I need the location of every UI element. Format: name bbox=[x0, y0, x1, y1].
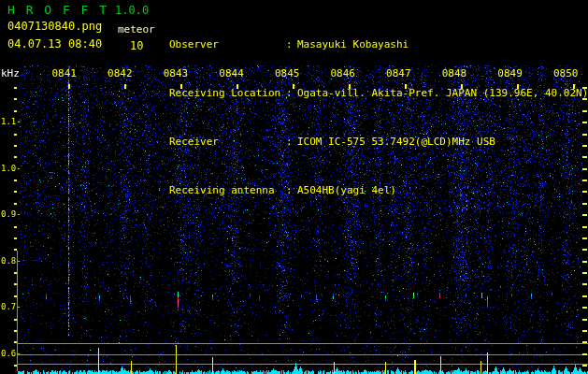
freq-tick-right bbox=[582, 98, 587, 100]
time-tick bbox=[349, 84, 351, 89]
freq-tick-right bbox=[582, 295, 587, 297]
freq-minor-tick-left bbox=[14, 319, 17, 321]
info-colon: : bbox=[286, 87, 294, 100]
freq-minor-tick-left bbox=[14, 283, 17, 285]
app-version: 1.0.0 bbox=[115, 4, 149, 17]
station-info: Observer:Masayuki Kobayashi Receiving Lo… bbox=[169, 3, 588, 215]
freq-tick-right bbox=[582, 168, 587, 170]
time-label-0846: 0846 bbox=[331, 67, 355, 79]
freq-tick-right bbox=[582, 249, 587, 251]
freq-minor-tick-left bbox=[14, 365, 17, 367]
freq-minor-tick-left bbox=[14, 156, 17, 158]
freq-tick-right bbox=[582, 341, 587, 343]
hrofft-output-image: { "app": { "title": "H R O F F T", "vers… bbox=[0, 0, 588, 374]
info-row-antenna: Receiving antenna:A504HB(yagi 4el) bbox=[169, 184, 588, 197]
time-label-0842: 0842 bbox=[108, 67, 132, 79]
time-tick bbox=[237, 84, 238, 89]
info-label: Receiver bbox=[169, 136, 286, 149]
time-label-0841: 0841 bbox=[52, 67, 77, 79]
freq-tick-right bbox=[582, 156, 587, 158]
freq-minor-tick-left bbox=[14, 98, 17, 100]
time-tick bbox=[293, 84, 294, 89]
freq-label-0.8: 0.8- bbox=[1, 256, 23, 266]
freq-tick-right bbox=[582, 122, 587, 123]
time-tick bbox=[517, 84, 519, 89]
freq-tick-right bbox=[582, 110, 587, 112]
freq-minor-tick-left bbox=[14, 226, 17, 228]
info-colon: : bbox=[286, 38, 294, 51]
info-row-location: Receiving Location:Ogata-vill. Akita-Pre… bbox=[169, 87, 588, 100]
freq-tick-right bbox=[582, 307, 587, 309]
info-colon: : bbox=[286, 184, 294, 197]
freq-minor-tick-left bbox=[14, 191, 17, 193]
freq-tick-right bbox=[582, 87, 587, 89]
freq-minor-tick-left bbox=[14, 249, 17, 251]
freq-minor-tick-left bbox=[14, 330, 17, 332]
info-colon: : bbox=[286, 136, 294, 149]
info-label: Receiving antenna bbox=[169, 184, 286, 197]
freq-minor-tick-left bbox=[14, 145, 17, 147]
freq-tick-right bbox=[582, 180, 587, 181]
time-tick bbox=[180, 84, 182, 89]
freq-minor-tick-left bbox=[14, 134, 17, 136]
freq-tick-right bbox=[582, 272, 587, 274]
freq-minor-tick-left bbox=[14, 237, 17, 239]
freq-tick-right bbox=[582, 203, 587, 205]
date-time: 04.07.13 08:40 bbox=[7, 37, 102, 50]
time-label-0850: 0850 bbox=[553, 67, 578, 79]
freq-minor-tick-left bbox=[14, 110, 17, 112]
freq-minor-tick-left bbox=[14, 180, 17, 181]
info-value: Ogata-vill. Akita-Pref. JAPAN (139.96E, … bbox=[297, 87, 588, 100]
time-tick bbox=[68, 84, 70, 89]
freq-minor-tick-left bbox=[14, 295, 17, 297]
time-label-0849: 0849 bbox=[497, 67, 522, 79]
info-row-receiver: Receiver:ICOM IC-575 53.7492(@LCD)MHz US… bbox=[169, 136, 588, 149]
freq-label-0.9: 0.9- bbox=[1, 209, 23, 219]
info-label: Receiving Location bbox=[169, 87, 286, 100]
freq-tick-right bbox=[582, 134, 587, 136]
time-label-0848: 0848 bbox=[442, 67, 466, 79]
time-label-0845: 0845 bbox=[275, 67, 299, 79]
freq-tick-right bbox=[582, 319, 587, 321]
freq-tick-right bbox=[582, 237, 587, 239]
frequency-unit-label: kHz bbox=[1, 67, 20, 79]
freq-tick-right bbox=[582, 214, 587, 216]
freq-label-0.6: 0.6- bbox=[1, 349, 23, 358]
info-value: Masayuki Kobayashi bbox=[297, 38, 409, 51]
freq-tick-right bbox=[582, 191, 587, 193]
freq-minor-tick-left bbox=[14, 341, 17, 343]
time-label-0844: 0844 bbox=[219, 67, 243, 79]
info-row-observer: Observer:Masayuki Kobayashi bbox=[169, 38, 588, 51]
time-tick bbox=[573, 84, 575, 89]
time-tick bbox=[124, 84, 126, 89]
time-label-0847: 0847 bbox=[386, 67, 410, 79]
freq-minor-tick-left bbox=[14, 87, 17, 89]
freq-tick-right bbox=[582, 353, 587, 355]
info-value: ICOM IC-575 53.7492(@LCD)MHz USB bbox=[297, 136, 495, 149]
freq-minor-tick-left bbox=[14, 272, 17, 274]
freq-tick-right bbox=[582, 226, 587, 228]
meteor-count: 10 bbox=[130, 39, 143, 52]
freq-label-0.7: 0.7- bbox=[1, 302, 23, 311]
output-filename: 0407130840.png bbox=[7, 20, 102, 33]
freq-label-1.1: 1.1- bbox=[1, 117, 23, 126]
freq-minor-tick-left bbox=[14, 203, 17, 205]
mode-label: meteor bbox=[118, 23, 155, 36]
time-tick bbox=[405, 84, 407, 89]
freq-label-1.0: 1.0- bbox=[1, 164, 23, 173]
time-tick bbox=[461, 84, 463, 89]
info-label: Observer bbox=[169, 38, 286, 51]
app-title: H R O F F T bbox=[7, 3, 108, 17]
info-value: A504HB(yagi 4el) bbox=[297, 184, 396, 197]
freq-tick-right bbox=[582, 283, 587, 285]
freq-tick-right bbox=[582, 330, 587, 332]
freq-tick-right bbox=[582, 365, 587, 367]
freq-tick-right bbox=[582, 261, 587, 263]
time-label-0843: 0843 bbox=[164, 67, 188, 79]
freq-tick-right bbox=[582, 145, 587, 147]
